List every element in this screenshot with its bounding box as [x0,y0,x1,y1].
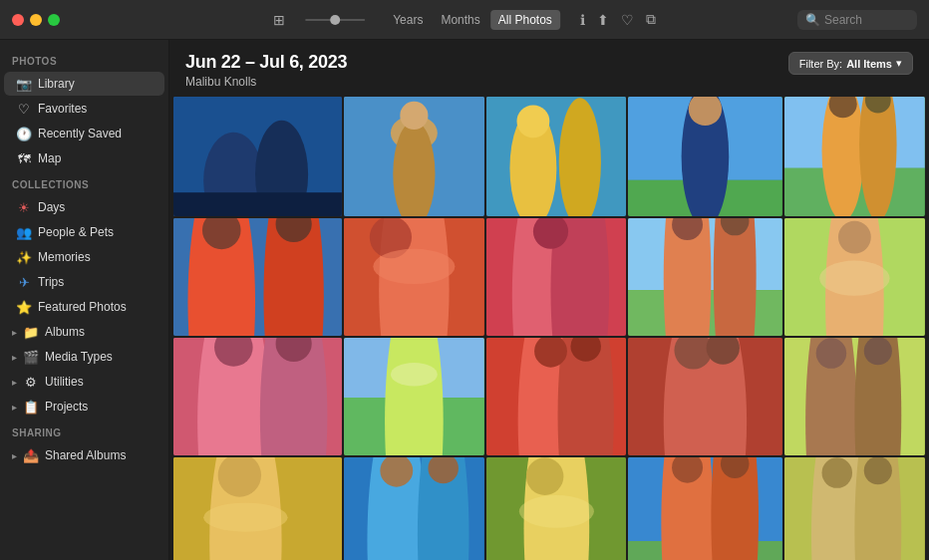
photo-3-1[interactable] [173,338,342,455]
sidebar-item-favorites[interactable]: ♡ Favorites [4,97,164,121]
share-icon[interactable]: ⬆ [597,12,609,28]
sidebar-item-projects-label: Projects [45,400,88,414]
svg-point-71 [203,503,287,532]
copy-icon[interactable]: ⧉ [646,11,656,28]
nav-tabs: Years Months All Photos [385,10,560,30]
memories-icon: ✨ [16,249,32,265]
traffic-lights [12,14,60,26]
favorites-icon: ♡ [16,101,32,117]
grid-row-4 [173,457,925,560]
svg-point-79 [526,457,564,495]
sidebar-item-albums[interactable]: ▸ 📁 Albums [4,320,164,344]
sidebar-item-projects[interactable]: ▸ 📋 Projects [4,395,164,419]
sidebar-item-trips-label: Trips [38,275,64,289]
photo-4-5[interactable] [784,457,925,560]
photo-3-5[interactable] [784,338,925,455]
sidebar-item-featured-photos[interactable]: ⭐ Featured Photos [4,295,164,319]
sidebar-item-days-label: Days [38,200,65,214]
featured-photos-icon: ⭐ [16,299,32,315]
tab-all-photos[interactable]: All Photos [490,10,560,30]
grid-row-1 [173,97,925,216]
trips-icon: ✈ [16,274,32,290]
view-icon-group: ⊞ [273,12,285,28]
filter-button[interactable]: Filter By: All Items ▾ [788,52,913,75]
sidebar-item-favorites-label: Favorites [38,102,87,116]
titlebar-right: 🔍 [797,10,917,30]
heart-icon[interactable]: ♡ [621,12,634,28]
sidebar-item-library[interactable]: 📷 Library [4,72,164,96]
photo-2-1[interactable] [173,218,342,336]
sidebar-item-days[interactable]: ☀ Days [4,195,164,219]
photo-1-1[interactable] [173,97,342,216]
photo-1-2[interactable] [344,97,484,216]
sidebar-item-memories-label: Memories [38,250,91,264]
sidebar-section-sharing: Sharing [0,420,168,442]
sidebar-item-utilities[interactable]: ▸ ⚙ Utilities [4,370,164,394]
photo-4-2[interactable] [344,457,484,560]
zoom-slider-track[interactable] [305,19,365,21]
sidebar-item-map[interactable]: 🗺 Map [4,146,164,170]
svg-point-7 [400,102,428,130]
sidebar-item-people-pets[interactable]: 👥 People & Pets [4,220,164,244]
library-icon: 📷 [16,76,32,92]
svg-point-11 [516,105,549,138]
close-button[interactable] [12,14,24,26]
titlebar-actions: ℹ ⬆ ♡ ⧉ [580,11,656,28]
photo-3-2[interactable] [344,338,484,455]
zoom-slider-container[interactable] [305,19,365,21]
zoom-slider-thumb[interactable] [330,15,340,25]
projects-icon: 📋 [23,399,39,415]
grid-row-2 [173,218,925,336]
media-types-chevron-icon: ▸ [12,352,17,363]
filter-chevron-icon: ▾ [896,57,902,70]
svg-point-38 [714,218,757,336]
photo-2-5[interactable] [784,218,925,336]
grid-view-icon[interactable]: ⊞ [273,12,285,28]
sidebar-item-library-label: Library [38,77,75,91]
sidebar-item-shared-albums[interactable]: ▸ 📤 Shared Albums [4,443,164,467]
info-icon[interactable]: ℹ [580,12,585,28]
photo-1-3[interactable] [486,97,627,216]
photo-4-3[interactable] [486,457,627,560]
media-types-icon: 🎬 [23,349,39,365]
filter-label: Filter By: [799,58,842,70]
tab-months[interactable]: Months [433,10,487,30]
svg-point-90 [822,457,852,487]
map-icon: 🗺 [16,150,32,166]
utilities-icon: ⚙ [23,374,39,390]
photo-1-5[interactable] [784,97,925,216]
photo-4-4[interactable] [628,457,782,560]
main: Photos 📷 Library ♡ Favorites 🕐 Recently … [0,40,929,560]
sidebar-item-people-pets-label: People & Pets [38,225,114,239]
minimize-button[interactable] [30,14,42,26]
photo-2-4[interactable] [628,218,782,336]
sidebar-item-map-label: Map [38,151,61,165]
photo-3-3[interactable] [486,338,627,455]
sidebar-item-media-types[interactable]: ▸ 🎬 Media Types [4,345,164,369]
maximize-button[interactable] [48,14,60,26]
svg-point-30 [373,249,455,284]
shared-albums-icon: 📤 [23,447,39,463]
svg-point-44 [819,261,889,296]
svg-point-80 [518,495,593,528]
sidebar-item-trips[interactable]: ✈ Trips [4,270,164,294]
photo-1-4[interactable] [628,97,782,216]
photo-2-2[interactable] [344,218,484,336]
photo-header: Jun 22 – Jul 6, 2023 Malibu Knolls Filte… [169,40,929,97]
photo-4-1[interactable] [173,457,342,560]
sidebar-item-utilities-label: Utilities [45,375,84,389]
photo-location: Malibu Knolls [185,75,913,89]
sidebar-section-photos: Photos [0,48,168,71]
albums-chevron-icon: ▸ [12,327,17,338]
tab-years[interactable]: Years [385,10,431,30]
photo-3-4[interactable] [628,338,782,455]
photo-2-3[interactable] [486,218,627,336]
albums-icon: 📁 [23,324,39,340]
content-area: Jun 22 – Jul 6, 2023 Malibu Knolls Filte… [169,40,929,560]
sidebar-item-memories[interactable]: ✨ Memories [4,245,164,269]
search-input[interactable] [824,13,914,27]
search-box[interactable]: 🔍 [797,10,917,30]
sidebar-item-albums-label: Albums [45,325,85,339]
sidebar-item-recently-saved[interactable]: 🕐 Recently Saved [4,122,164,145]
svg-rect-3 [173,192,342,216]
